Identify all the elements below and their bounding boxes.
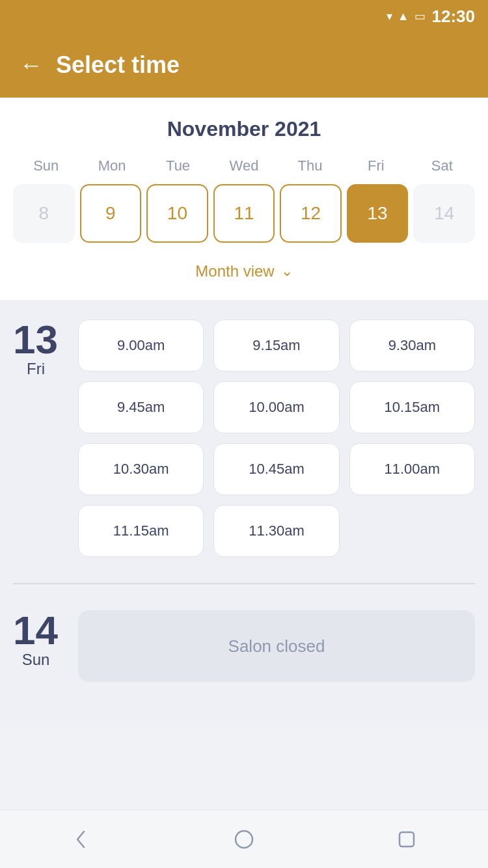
month-view-label: Month view: [195, 262, 274, 280]
svg-point-0: [236, 831, 252, 848]
month-view-toggle[interactable]: Month view ⌄: [13, 252, 475, 293]
status-bar: ▾ ▲ ▭ 12:30: [0, 0, 488, 33]
app-header: ← Select time: [0, 33, 488, 98]
time-slot-945[interactable]: 9.45am: [78, 381, 204, 433]
bottom-nav: [0, 809, 488, 868]
battery-icon: ▭: [414, 9, 426, 23]
calendar-section: November 2021 Sun Mon Tue Wed Thu Fri Sa…: [0, 98, 488, 300]
home-nav-button[interactable]: [231, 826, 257, 852]
time-slot-1045[interactable]: 10.45am: [213, 443, 339, 495]
back-button[interactable]: ←: [20, 51, 43, 79]
weekday-row: Sun Mon Tue Wed Thu Fri Sat: [13, 157, 475, 174]
salon-closed-box: Salon closed: [78, 610, 475, 682]
status-icons: ▾ ▲ ▭: [386, 9, 426, 23]
wifi-icon: ▾: [386, 9, 392, 23]
day-block-14: 14 Sun Salon closed: [13, 610, 475, 682]
chevron-down-icon: ⌄: [281, 263, 293, 280]
triangle-left-icon: [70, 828, 93, 851]
recent-nav-button[interactable]: [394, 826, 420, 852]
day-number-container-13: 13 Fri: [13, 319, 59, 378]
time-slot-1130[interactable]: 11.30am: [213, 505, 339, 557]
date-row: 8 9 10 11 12 13 14: [13, 184, 475, 243]
back-nav-button[interactable]: [68, 826, 94, 852]
time-grid-13: 9.00am 9.15am 9.30am 9.45am 10.00am 10.1…: [78, 319, 475, 557]
time-section: 13 Fri 9.00am 9.15am 9.30am 9.45am 10.00…: [0, 300, 488, 727]
date-cell-12[interactable]: 12: [280, 184, 342, 243]
weekday-wed: Wed: [211, 157, 277, 174]
day-name-13: Fri: [13, 360, 59, 378]
status-time: 12:30: [432, 7, 476, 27]
date-cell-8[interactable]: 8: [13, 184, 75, 243]
day-divider: [13, 583, 475, 584]
time-slot-1000[interactable]: 10.00am: [213, 381, 339, 433]
day-number-container-14: 14 Sun: [13, 610, 59, 669]
time-slot-1115[interactable]: 11.15am: [78, 505, 204, 557]
day-name-14: Sun: [13, 651, 59, 669]
time-slot-900[interactable]: 9.00am: [78, 319, 204, 372]
date-cell-13[interactable]: 13: [347, 184, 409, 243]
square-icon: [395, 828, 418, 851]
weekday-tue: Tue: [145, 157, 211, 174]
weekday-thu: Thu: [277, 157, 343, 174]
date-cell-9[interactable]: 9: [80, 184, 142, 243]
svg-rect-1: [400, 832, 414, 847]
day-header-13: 13 Fri 9.00am 9.15am 9.30am 9.45am 10.00…: [13, 319, 475, 557]
weekday-sat: Sat: [409, 157, 475, 174]
day-number-14: 14: [13, 610, 59, 651]
salon-closed-label: Salon closed: [228, 636, 325, 657]
circle-icon: [232, 828, 256, 851]
date-cell-11[interactable]: 11: [213, 184, 275, 243]
date-cell-14[interactable]: 14: [413, 184, 475, 243]
date-cell-10[interactable]: 10: [146, 184, 208, 243]
weekday-mon: Mon: [79, 157, 144, 174]
month-year-label: November 2021: [13, 117, 475, 141]
day-number-13: 13: [13, 319, 59, 360]
weekday-fri: Fri: [343, 157, 409, 174]
time-slot-930[interactable]: 9.30am: [349, 319, 475, 372]
signal-icon: ▲: [398, 10, 409, 23]
page-title: Select time: [56, 51, 180, 79]
weekday-sun: Sun: [13, 157, 79, 174]
time-slot-1015[interactable]: 10.15am: [349, 381, 475, 433]
time-slot-915[interactable]: 9.15am: [213, 319, 339, 372]
time-slot-1030[interactable]: 10.30am: [78, 443, 204, 495]
time-slot-1100[interactable]: 11.00am: [349, 443, 475, 495]
day-block-13: 13 Fri 9.00am 9.15am 9.30am 9.45am 10.00…: [13, 319, 475, 557]
closed-block-14: 14 Sun Salon closed: [13, 610, 475, 682]
